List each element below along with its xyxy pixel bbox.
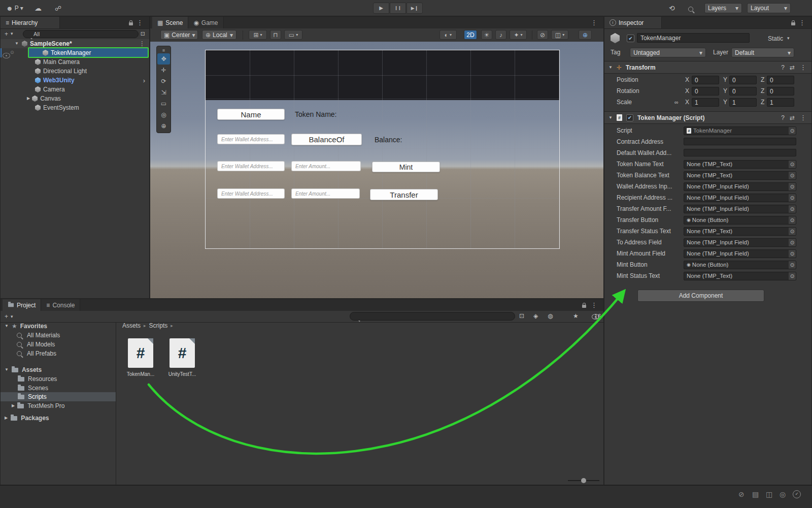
rotation-x-field[interactable]: 0 <box>692 87 719 96</box>
scene-ui-wallet-input-3[interactable]: Enter Wallet Address... <box>217 188 285 199</box>
scene-ui-balanceof-button[interactable]: BalanceOf <box>291 134 362 145</box>
object-reference-field[interactable]: None (TMP_Text) ⊙ <box>684 171 796 180</box>
object-picker-icon[interactable]: ⊙ <box>789 161 796 168</box>
move-tool-button[interactable]: ✛ <box>157 65 170 76</box>
notifications-muted-icon[interactable]: ⊘ <box>738 491 745 498</box>
file-tokenmanager-script[interactable]: # <box>128 338 153 368</box>
object-picker-icon[interactable]: ⊙ <box>789 183 796 190</box>
cloud-button[interactable]: ☁ <box>31 3 45 13</box>
camera-settings-dropdown[interactable]: ◫ ▾ <box>551 30 568 40</box>
create-asset-dropdown-icon[interactable]: ▾ <box>11 314 13 319</box>
position-y-field[interactable]: 0 <box>729 76 757 84</box>
lock-icon[interactable] <box>791 20 795 27</box>
thumbnail-zoom-slider[interactable] <box>568 480 599 481</box>
alert-icon[interactable]: ◍ <box>548 313 553 319</box>
packages-root[interactable]: ▶ Packages <box>1 414 116 423</box>
favorite-all-prefabs[interactable]: All Prefabs <box>1 349 116 358</box>
folder-textmeshpro[interactable]: ▶ TextMesh Pro <box>1 401 116 410</box>
foldout-open-icon[interactable]: ▼ <box>5 368 9 372</box>
progress-status-icon[interactable]: ✔ <box>793 490 801 498</box>
foldout-open-icon[interactable]: ▼ <box>5 324 9 328</box>
scene-kebab-menu[interactable]: ⋮ <box>591 19 597 26</box>
slider-handle[interactable] <box>581 478 586 483</box>
rect-tool-button[interactable]: ▭ <box>157 98 170 109</box>
default-wallet-input[interactable] <box>684 149 796 156</box>
scale-tool-button[interactable]: ⇲ <box>157 87 170 98</box>
scene-kebab-icon[interactable]: ⋮ <box>139 41 145 47</box>
help-icon[interactable]: ? <box>781 65 785 71</box>
position-z-field[interactable]: 0 <box>767 76 794 84</box>
hierarchy-item-canvas[interactable]: ▶ Canvas <box>1 94 149 103</box>
tab-inspector[interactable]: Inspector <box>604 17 662 28</box>
transform-component-header[interactable]: ▼ ✛ Transform ? ⇄ ⋮ <box>604 61 811 74</box>
step-button[interactable]: ▶❙ <box>407 3 423 14</box>
static-dropdown-icon[interactable]: ▾ <box>787 36 790 41</box>
object-picker-icon[interactable]: ⊙ <box>789 228 796 235</box>
cache-status-icon[interactable]: ▤ <box>752 491 759 498</box>
object-picker-icon[interactable]: ⊙ <box>789 272 796 280</box>
layout-dropdown[interactable]: Layout ▾ <box>747 3 791 13</box>
component-kebab-icon[interactable]: ⋮ <box>800 64 806 71</box>
scene-ui-amount-input[interactable]: Enter Amount... <box>291 161 361 171</box>
assets-root[interactable]: ▼ Assets <box>1 365 116 374</box>
pickability-toggle-icon[interactable]: ⊙ <box>10 50 14 55</box>
presets-icon[interactable]: ⇄ <box>790 115 795 121</box>
object-picker-icon[interactable]: ⊙ <box>789 172 796 179</box>
favorites-header[interactable]: ▼ ★ Favorites <box>1 322 116 331</box>
tab-game[interactable]: ◉ Game <box>188 17 223 28</box>
search-by-type-icon[interactable]: ⊡ <box>519 313 524 319</box>
constrain-proportions-icon[interactable]: ∞ <box>674 100 679 105</box>
snap-toggle[interactable]: ⊓ <box>270 30 281 40</box>
object-reference-field[interactable]: None (TMP_Input Field) ⊙ <box>684 238 796 247</box>
create-dropdown-icon[interactable]: ▾ <box>11 31 13 36</box>
toolstrip-grip[interactable]: ≡ <box>157 47 170 53</box>
cloud-status-icon[interactable]: ◫ <box>766 491 772 498</box>
lock-icon[interactable] <box>129 20 133 27</box>
scene-header-row[interactable]: ▼ SampleScene* ⋮ <box>1 39 149 48</box>
scene-picker-icon[interactable]: ⊡ <box>141 31 145 37</box>
script-component-header[interactable]: ▼ ✔ Token Manager (Script) ? ⇄ ⋮ <box>604 111 811 124</box>
object-picker-icon[interactable]: ⊙ <box>789 205 796 213</box>
rotation-y-field[interactable]: 0 <box>729 87 757 96</box>
pivot-mode-dropdown[interactable]: ▣ Center ▾ <box>160 30 198 40</box>
hierarchy-item-camera[interactable]: Camera <box>1 85 149 94</box>
foldout-open-icon[interactable]: ▼ <box>15 42 19 46</box>
breadcrumb-scripts[interactable]: Scripts <box>149 322 168 329</box>
project-kebab-menu[interactable]: ⋮ <box>591 302 597 308</box>
static-label[interactable]: Static <box>768 35 783 42</box>
prefab-open-chevron-icon[interactable]: › <box>143 77 145 84</box>
search-by-label-icon[interactable]: ◈ <box>533 313 538 319</box>
object-reference-field[interactable]: ◉ None (Button) ⊙ <box>684 216 796 225</box>
breadcrumb-assets[interactable]: Assets <box>122 322 141 329</box>
scene-ui-transfer-button[interactable]: Transfer <box>370 189 438 200</box>
object-reference-field[interactable]: ◉ None (Button) ⊙ <box>684 261 796 269</box>
help-icon[interactable]: ? <box>781 115 785 121</box>
scene-viewport[interactable]: Name Token Name: Enter Wallet Address...… <box>150 42 603 298</box>
tab-hierarchy[interactable]: ≡ Hierarchy <box>1 17 60 28</box>
hierarchy-item-web3unity[interactable]: Web3Unity › <box>1 76 149 85</box>
object-reference-field[interactable]: None (TMP_Text) ⊙ <box>684 227 796 236</box>
undo-history-button[interactable]: ⟲ <box>666 3 678 13</box>
hierarchy-item-main-camera[interactable]: Main Camera <box>1 57 149 67</box>
hierarchy-search-input[interactable] <box>23 30 139 38</box>
scene-ui-wallet-input[interactable]: Enter Wallet Address... <box>217 134 285 144</box>
scene-ui-mint-button[interactable]: Mint <box>372 162 440 172</box>
lock-icon[interactable] <box>582 302 586 309</box>
foldout-closed-icon[interactable]: ▶ <box>12 404 15 408</box>
scale-x-field[interactable]: 1 <box>692 98 719 107</box>
active-checkbox[interactable]: ✔ <box>627 35 634 42</box>
rotation-z-field[interactable]: 0 <box>767 87 794 96</box>
draw-mode-dropdown[interactable]: ◐ ▾ <box>439 30 457 40</box>
scene-ui-wallet-input-2[interactable]: Enter Wallet Address... <box>217 161 285 171</box>
tag-dropdown[interactable]: Untagged ▾ <box>630 48 706 57</box>
contract-address-input[interactable] <box>684 138 796 145</box>
transform-tool-button[interactable]: ◎ <box>157 109 170 120</box>
foldout-open-icon[interactable]: ▼ <box>608 116 613 120</box>
object-reference-field[interactable]: None (TMP_Input Field) ⊙ <box>684 249 796 258</box>
scene-effects-dropdown[interactable]: ✦ ▾ <box>510 30 527 40</box>
object-picker-icon[interactable]: ⊙ <box>789 261 796 269</box>
presets-icon[interactable]: ⇄ <box>790 65 795 71</box>
favorites-star-icon[interactable]: ★ <box>573 313 579 319</box>
object-picker-icon[interactable]: ⊙ <box>789 250 796 258</box>
scene-ui-name-button[interactable]: Name <box>217 109 285 120</box>
